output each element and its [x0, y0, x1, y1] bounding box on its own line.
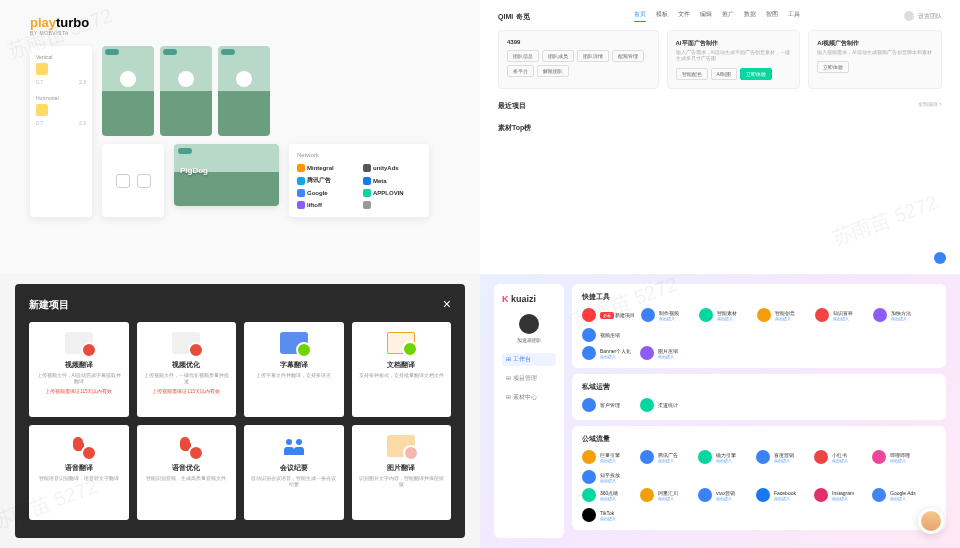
tool-item[interactable]: 小红书点击进入	[814, 450, 866, 464]
tag[interactable]: 智能配色	[676, 68, 708, 80]
network-item[interactable]: 腾讯广告	[297, 176, 355, 185]
kuaizi-logo: K kuaizi	[502, 294, 556, 304]
tool-item[interactable]: 知乎投放点击进入	[582, 470, 634, 484]
tool-item[interactable]: 视频压缩	[582, 328, 634, 342]
card-desc: 智能识别音频，生成高质量音频文件	[146, 476, 226, 482]
tag[interactable]: 团队详情	[577, 50, 609, 62]
thumb-1[interactable]	[102, 46, 154, 136]
tool-item[interactable]: 哔哩哔哩点击进入	[872, 450, 924, 464]
tag[interactable]: AI制图	[711, 68, 738, 80]
network-item[interactable]	[363, 201, 421, 209]
close-icon[interactable]: ×	[443, 296, 451, 312]
top-assets-title: 素材Top榜	[498, 123, 942, 133]
nav-item[interactable]: 模板	[656, 10, 668, 22]
tag[interactable]: 团队成员	[542, 50, 574, 62]
tool-item[interactable]: vivo营销点击进入	[698, 488, 750, 502]
tool-sub: 点击进入	[658, 496, 678, 501]
tool-item[interactable]: 阿里汇川点击进入	[640, 488, 692, 502]
project-type-card[interactable]: 文档翻译支持多种格式，支持批量翻译文档文件	[352, 322, 452, 417]
project-type-card[interactable]: 图片翻译识别图片文字内容，智能翻译并保留排版	[352, 425, 452, 520]
nav-item[interactable]: 文件	[678, 10, 690, 22]
card-desc: 自动识别会议语音，智能生成一份会议纪要	[250, 476, 338, 489]
tool-item[interactable]: 智能素材点击进入	[699, 308, 751, 322]
tag[interactable]: 立即体验	[740, 68, 772, 80]
project-type-card[interactable]: 语音翻译智能语音识别翻译，语音转文字翻译	[29, 425, 129, 520]
network-item[interactable]: Meta	[363, 176, 421, 185]
tool-item[interactable]: Banner个人化点击进入	[582, 346, 634, 360]
sidebar-menu-item[interactable]: ⊞ 工作台	[502, 353, 556, 366]
sidebar-menu-item[interactable]: ⊞ 素材中心	[502, 391, 556, 404]
tag[interactable]: 多平台	[507, 65, 534, 77]
project-type-card[interactable]: 视频翻译上传视频文件，AI自动完成字幕提取并翻译上传视频需保证115天以内有效	[29, 322, 129, 417]
tool-item[interactable]: 巨量引擎点击进入	[582, 450, 634, 464]
tool-item[interactable]: 360点睛点击进入	[582, 488, 634, 502]
tool-icon	[582, 398, 596, 412]
network-item[interactable]: Google	[297, 189, 355, 197]
user-menu[interactable]: 设置团队	[904, 11, 942, 21]
feature-card: AI平面广告制作输入广告需求，AI自动生成平面广告创意素材，一键生成多尺寸广告图…	[667, 30, 801, 89]
network-item[interactable]: Mintegral	[297, 164, 355, 172]
tool-icon-2[interactable]	[137, 174, 151, 188]
nav-item[interactable]: 推广	[722, 10, 734, 22]
card-icon	[387, 332, 415, 354]
tool-icon	[699, 308, 713, 322]
tool-item[interactable]: 加快方法点击进入	[873, 308, 925, 322]
tool-item[interactable]: 知识百科点击进入	[815, 308, 867, 322]
tool-icon	[815, 308, 829, 322]
card-desc: 支持多种格式，支持批量翻译文档文件	[359, 373, 444, 379]
tool-item[interactable]: Facebook点击进入	[756, 488, 808, 502]
feature-cards: 4399团队信息团队成员团队详情配额管理多平台解散团队AI平面广告制作输入广告需…	[498, 30, 942, 89]
help-fab[interactable]	[934, 252, 946, 264]
wide-preview[interactable]: PigDog	[174, 144, 279, 206]
network-item[interactable]: unityAds	[363, 164, 421, 172]
sidebar-menu-item[interactable]: ⊞ 项目管理	[502, 372, 556, 385]
horizontal-swatch[interactable]	[36, 104, 48, 116]
tool-item[interactable]: TikTok点击进入	[582, 508, 634, 522]
nav-item[interactable]: 编辑	[700, 10, 712, 22]
network-item[interactable]: liftoff	[297, 201, 355, 209]
tag[interactable]: 团队信息	[507, 50, 539, 62]
tool-item[interactable]: 百度营销点击进入	[756, 450, 808, 464]
feature-card: 4399团队信息团队成员团队详情配额管理多平台解散团队	[498, 30, 659, 89]
tool-item[interactable]: 渠道统计	[640, 398, 692, 412]
tool-item[interactable]: 腾讯广告点击进入	[640, 450, 692, 464]
project-type-card[interactable]: 会议纪要自动识别会议语音，智能生成一份会议纪要	[244, 425, 344, 520]
project-type-card[interactable]: 字幕翻译上传字幕文件并翻译，支持多语言	[244, 322, 344, 417]
tool-sub: 点击进入	[716, 458, 736, 463]
tool-icon	[582, 328, 596, 342]
more-link[interactable]: 全部项目 >	[918, 101, 942, 107]
nav-item[interactable]: 工具	[788, 10, 800, 22]
thumb-2[interactable]	[160, 46, 212, 136]
nav-item[interactable]: 智图	[766, 10, 778, 22]
tool-item[interactable]: Instagram点击进入	[814, 488, 866, 502]
tool-sub: 点击进入	[658, 458, 678, 463]
thumb-3[interactable]	[218, 46, 270, 136]
user-block[interactable]: 加速器团队	[502, 314, 556, 343]
nav-item[interactable]: 数据	[744, 10, 756, 22]
tag[interactable]: 配额管理	[612, 50, 644, 62]
tag[interactable]: 立即体验	[817, 61, 849, 73]
tag[interactable]: 解散团队	[537, 65, 569, 77]
project-type-card[interactable]: 视频优化上传视频文件，一键优化视频质量并提速上传视频需保证115天以内有效	[137, 322, 237, 417]
tool-item[interactable]: 必看 新建项目	[582, 308, 635, 322]
public-traffic-section: 公域流量 巨量引擎点击进入腾讯广告点击进入磁力引擎点击进入百度营销点击进入小红书…	[572, 426, 946, 530]
tool-icon	[756, 488, 770, 502]
tool-item[interactable]: 客户管理	[582, 398, 634, 412]
tool-sub: 点击进入	[600, 458, 620, 463]
vertical-swatch[interactable]	[36, 63, 48, 75]
tool-item[interactable]: 磁力引擎点击进入	[698, 450, 750, 464]
tool-sub: 点击进入	[716, 496, 735, 501]
tool-sub: 点击进入	[774, 496, 796, 501]
tool-item[interactable]: 智能创意点击进入	[757, 308, 809, 322]
card-desc: 上传视频文件，一键优化视频质量并提速	[143, 373, 231, 386]
tool-item[interactable]: Google Ads点击进入	[872, 488, 924, 502]
nav-item[interactable]: 首页	[634, 10, 646, 22]
assistant-fab[interactable]	[918, 508, 944, 534]
project-type-card[interactable]: 语音优化智能识别音频，生成高质量音频文件	[137, 425, 237, 520]
tool-icon-1[interactable]	[116, 174, 130, 188]
card-desc: 输入广告需求，AI自动生成平面广告创意素材，一键生成多尺寸广告图	[676, 50, 792, 63]
tool-item[interactable]: 制作视频点击进入	[641, 308, 693, 322]
tool-item[interactable]: 图片压缩点击进入	[640, 346, 692, 360]
tool-icon	[640, 398, 654, 412]
network-item[interactable]: APPLOVIN	[363, 189, 421, 197]
